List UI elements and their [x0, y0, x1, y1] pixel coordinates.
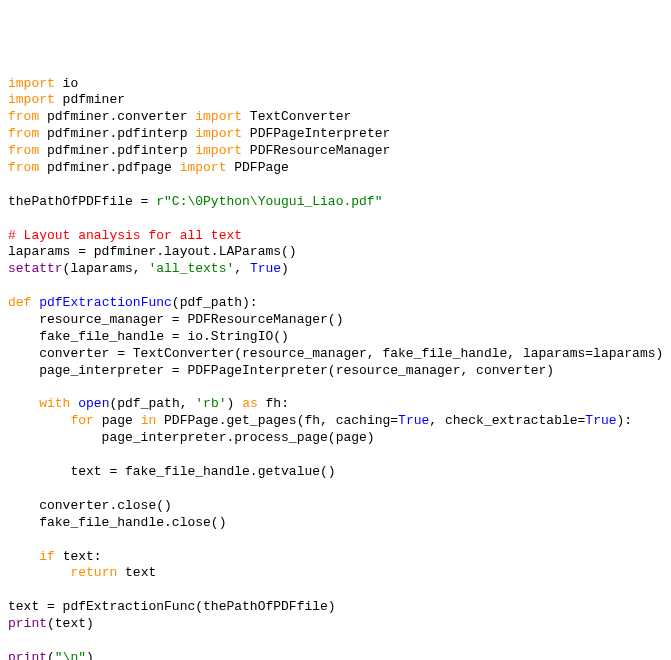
code-line: converter = TextConverter(resource_manag…: [8, 346, 663, 363]
code-token: for: [70, 413, 93, 428]
code-token: (pdf_path):: [172, 295, 258, 310]
code-token: , check_extractable=: [429, 413, 585, 428]
code-line: print("\n"): [8, 650, 663, 660]
code-line: from pdfminer.pdfinterp import PDFResour…: [8, 143, 663, 160]
code-line: [8, 211, 663, 228]
code-token: if: [39, 549, 55, 564]
code-token: pdfminer.pdfinterp: [39, 126, 195, 141]
code-line: from pdfminer.pdfpage import PDFPage: [8, 160, 663, 177]
code-token: PDFPage.get_pages(fh, caching=: [156, 413, 398, 428]
code-block: import ioimport pdfminerfrom pdfminer.co…: [8, 76, 663, 660]
code-token: import: [8, 76, 55, 91]
code-line: import io: [8, 76, 663, 93]
code-token: [8, 413, 70, 428]
code-line: from pdfminer.pdfinterp import PDFPageIn…: [8, 126, 663, 143]
code-token: [8, 177, 16, 192]
code-token: ):: [617, 413, 633, 428]
code-token: [8, 549, 39, 564]
code-token: "\n": [55, 650, 86, 660]
code-line: setattr(laparams, 'all_texts', True): [8, 261, 663, 278]
code-token: text: [117, 565, 156, 580]
code-token: [8, 396, 39, 411]
code-line: [8, 278, 663, 295]
code-line: thePathOfPDFfile = r"C:\0Python\Yougui_L…: [8, 194, 663, 211]
code-token: with: [39, 396, 70, 411]
code-line: [8, 447, 663, 464]
code-token: ): [86, 650, 94, 660]
code-token: text = fake_file_handle.getvalue(): [8, 464, 336, 479]
code-line: text = pdfExtractionFunc(thePathOfPDFfil…: [8, 599, 663, 616]
code-token: 'all_texts': [148, 261, 234, 276]
code-token: PDFResourceManager: [242, 143, 390, 158]
code-line: [8, 633, 663, 650]
code-token: fake_file_handle = io.StringIO(): [8, 329, 289, 344]
code-line: fake_file_handle.close(): [8, 515, 663, 532]
code-line: with open(pdf_path, 'rb') as fh:: [8, 396, 663, 413]
code-token: r"C:\0Python\Yougui_Liao.pdf": [156, 194, 382, 209]
code-token: pdfminer: [55, 92, 125, 107]
code-line: resource_manager = PDFResourceManager(): [8, 312, 663, 329]
code-token: text:: [55, 549, 102, 564]
code-line: [8, 582, 663, 599]
code-token: pdfminer.pdfpage: [39, 160, 179, 175]
code-line: page_interpreter.process_page(page): [8, 430, 663, 447]
code-token: [8, 481, 16, 496]
code-line: fake_file_handle = io.StringIO(): [8, 329, 663, 346]
code-token: pdfExtractionFunc: [39, 295, 172, 310]
code-line: page_interpreter = PDFPageInterpreter(re…: [8, 363, 663, 380]
code-token: [8, 582, 16, 597]
code-token: from: [8, 126, 39, 141]
code-line: converter.close(): [8, 498, 663, 515]
code-token: [8, 211, 16, 226]
code-line: def pdfExtractionFunc(pdf_path):: [8, 295, 663, 312]
code-token: True: [398, 413, 429, 428]
code-token: converter.close(): [8, 498, 172, 513]
code-token: from: [8, 143, 39, 158]
code-token: resource_manager = PDFResourceManager(): [8, 312, 343, 327]
code-token: converter = TextConverter(resource_manag…: [8, 346, 663, 361]
code-line: text = fake_file_handle.getvalue(): [8, 464, 663, 481]
code-token: as: [242, 396, 258, 411]
code-token: (laparams,: [63, 261, 149, 276]
code-token: PDFPage: [226, 160, 288, 175]
code-line: if text:: [8, 549, 663, 566]
code-token: [8, 447, 16, 462]
code-token: import: [195, 143, 242, 158]
code-token: open: [78, 396, 109, 411]
code-token: return: [70, 565, 117, 580]
code-token: [8, 278, 16, 293]
code-token: page_interpreter = PDFPageInterpreter(re…: [8, 363, 554, 378]
code-token: TextConverter: [242, 109, 351, 124]
code-token: setattr: [8, 261, 63, 276]
code-token: page_interpreter.process_page(page): [8, 430, 375, 445]
code-token: def: [8, 295, 31, 310]
code-token: [8, 532, 16, 547]
code-token: page: [94, 413, 141, 428]
code-line: [8, 481, 663, 498]
code-token: (text): [47, 616, 94, 631]
code-token: fh:: [258, 396, 289, 411]
code-line: [8, 380, 663, 397]
code-token: import: [180, 160, 227, 175]
code-token: print: [8, 616, 47, 631]
code-token: True: [585, 413, 616, 428]
code-token: laparams = pdfminer.layout.LAParams(): [8, 244, 297, 259]
code-token: in: [141, 413, 157, 428]
code-token: io: [55, 76, 78, 91]
code-token: from: [8, 160, 39, 175]
code-token: 'rb': [195, 396, 226, 411]
code-token: True: [250, 261, 281, 276]
code-token: [8, 565, 70, 580]
code-line: # Layout analysis for all text: [8, 228, 663, 245]
code-line: for page in PDFPage.get_pages(fh, cachin…: [8, 413, 663, 430]
code-token: thePathOfPDFfile =: [8, 194, 156, 209]
code-token: import: [195, 126, 242, 141]
code-token: import: [195, 109, 242, 124]
code-token: from: [8, 109, 39, 124]
code-token: PDFPageInterpreter: [242, 126, 390, 141]
code-token: ): [281, 261, 289, 276]
code-line: from pdfminer.converter import TextConve…: [8, 109, 663, 126]
code-token: ): [227, 396, 243, 411]
code-line: print(text): [8, 616, 663, 633]
code-line: import pdfminer: [8, 92, 663, 109]
